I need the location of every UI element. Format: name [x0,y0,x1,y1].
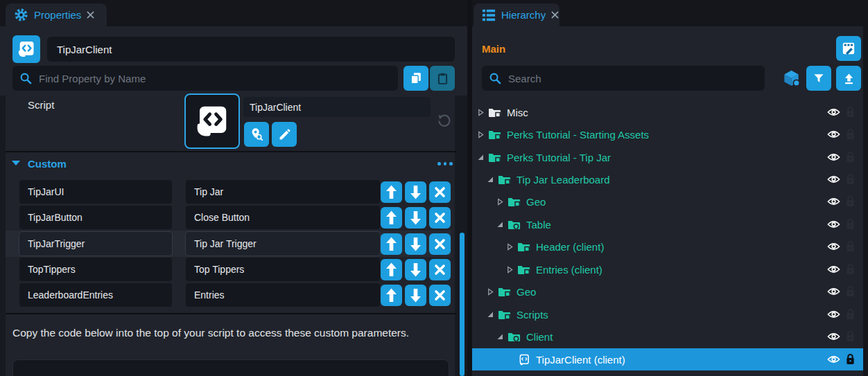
hierarchy-row[interactable]: Table [472,213,863,235]
move-up-button[interactable] [381,285,402,306]
lock-icon[interactable] [845,330,856,345]
visibility-eye-icon[interactable] [827,310,840,322]
move-down-button[interactable] [405,285,426,306]
lock-icon[interactable] [845,308,856,323]
script-name-input[interactable] [47,37,455,62]
collapse-section-icon[interactable] [12,161,20,165]
script-slot[interactable] [184,93,240,149]
param-name-field[interactable] [19,180,172,204]
reset-property-icon[interactable] [437,114,451,131]
delete-param-button[interactable] [429,233,451,255]
left-scroll-track[interactable] [0,96,6,376]
visibility-eye-icon[interactable] [827,129,840,142]
hierarchy-row[interactable]: Geo [472,190,863,213]
hierarchy-row-selected[interactable]: TipJarClient (client) [472,348,863,370]
lock-icon[interactable] [845,263,856,278]
move-down-button[interactable] [405,181,426,203]
scrollbar-thumb[interactable] [460,233,465,376]
collapse-arrow-icon[interactable] [486,311,494,318]
hierarchy-row[interactable]: Tip Jar Leaderboard [472,168,863,190]
section-menu-icon[interactable] [437,162,453,165]
delete-param-button[interactable] [429,259,451,280]
visibility-eye-icon[interactable] [827,355,840,367]
hierarchy-row[interactable]: Entries (client) [472,258,863,280]
lock-icon[interactable] [845,173,856,188]
collapse-arrow-icon[interactable] [486,176,494,183]
script-value-field[interactable] [243,97,431,117]
delete-param-button[interactable] [429,181,451,203]
filter-button[interactable] [806,66,831,91]
param-name-field[interactable] [19,232,172,256]
hierarchy-scroll-track[interactable] [863,26,868,376]
expand-arrow-icon[interactable] [505,266,514,274]
delete-param-button[interactable] [429,285,451,306]
lock-icon[interactable] [845,218,856,233]
move-up-button[interactable] [381,233,402,255]
lock-icon[interactable] [845,106,856,120]
param-value-field[interactable] [186,232,380,256]
move-down-button[interactable] [405,233,426,255]
visibility-eye-icon[interactable] [827,265,840,277]
scene-preview-button[interactable] [836,36,861,61]
paste-properties-button[interactable] [430,66,455,91]
lock-icon[interactable] [845,151,856,165]
move-down-button[interactable] [405,207,426,229]
lock-icon[interactable] [845,128,856,143]
close-icon[interactable] [551,11,559,19]
visibility-eye-icon[interactable] [827,287,840,299]
visibility-eye-icon[interactable] [827,107,840,120]
hierarchy-row[interactable]: Header (client) [472,235,863,258]
expand-arrow-icon[interactable] [486,288,494,296]
param-value-field[interactable] [186,283,380,307]
param-name-field[interactable] [19,258,172,281]
move-down-button[interactable] [405,259,426,280]
x-delete-icon [429,233,451,255]
param-value-field[interactable] [186,206,380,229]
script-asset-icon [12,35,40,63]
collapse-arrow-icon[interactable] [496,221,504,228]
visibility-eye-icon[interactable] [827,332,840,344]
move-up-button[interactable] [381,259,402,280]
visibility-eye-icon[interactable] [827,220,840,232]
close-icon[interactable] [87,11,94,19]
copy-properties-button[interactable] [403,66,428,91]
move-up-button[interactable] [381,181,402,203]
hierarchy-row[interactable]: Client [472,325,863,348]
folder-cube-icon [488,152,501,163]
move-up-button[interactable] [381,207,402,229]
collapse-arrow-icon[interactable] [496,333,504,340]
expand-arrow-icon[interactable] [476,109,485,116]
export-button[interactable] [836,66,861,91]
visibility-eye-icon[interactable] [827,152,840,165]
lock-icon[interactable] [845,353,856,368]
lock-icon[interactable] [845,195,856,210]
cube-badge-icon[interactable] [782,69,801,90]
delete-param-button[interactable] [429,207,451,229]
hierarchy-search-input[interactable] [482,66,765,91]
collapse-arrow-icon[interactable] [476,154,485,161]
hierarchy-row[interactable]: Perks Tutorial - Tip Jar [472,146,863,168]
code-snippet-box[interactable] [12,359,449,376]
find-in-scene-button[interactable] [244,122,269,147]
hierarchy-row[interactable]: Geo [472,280,863,303]
edit-script-button[interactable] [272,122,297,147]
visibility-eye-icon[interactable] [827,197,840,209]
hierarchy-row[interactable]: Perks Tutorial - Starting Assets [472,123,863,145]
visibility-eye-icon[interactable] [827,242,840,254]
arrow-down-icon [405,181,426,203]
expand-arrow-icon[interactable] [505,243,514,251]
expand-arrow-icon[interactable] [496,198,504,206]
param-name-field[interactable] [19,206,172,229]
expand-arrow-icon[interactable] [476,131,485,138]
param-name-field[interactable] [19,283,172,307]
visibility-eye-icon[interactable] [827,174,840,187]
tab-hierarchy[interactable]: Hierarchy [474,3,559,26]
lock-icon[interactable] [845,285,856,300]
hierarchy-row[interactable]: Misc [472,101,863,123]
param-value-field[interactable] [186,180,380,204]
property-search-input[interactable] [12,66,398,91]
hierarchy-row[interactable]: Scripts [472,303,863,325]
tab-properties[interactable]: Properties [6,3,107,26]
lock-icon[interactable] [845,240,856,255]
param-value-field[interactable] [186,258,380,281]
